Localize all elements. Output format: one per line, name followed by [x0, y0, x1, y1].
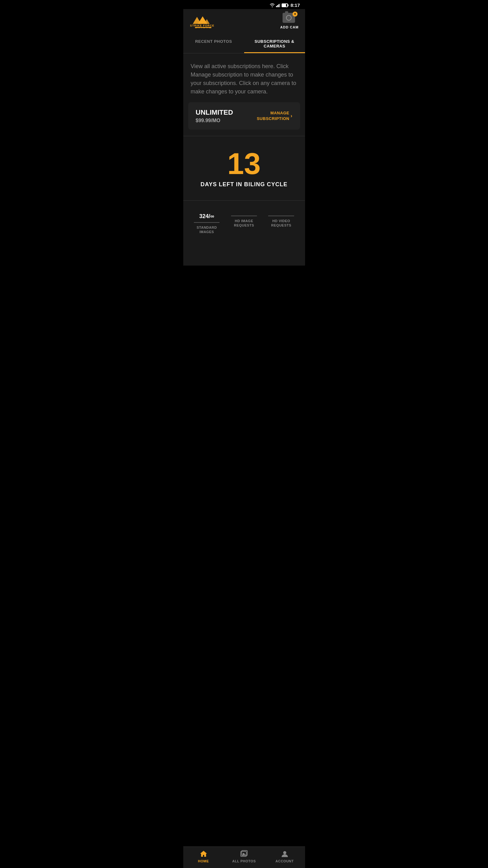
svg-rect-2: [279, 4, 280, 7]
status-icons: 8:17: [270, 2, 300, 8]
status-bar: 8:17: [183, 0, 305, 9]
main-content: View all active subscriptions here. Clic…: [183, 54, 305, 266]
battery-icon: [282, 3, 288, 7]
hd-video-label: HD VIDEOREQUESTS: [271, 219, 292, 228]
svg-rect-3: [280, 3, 281, 7]
subscription-info: UNLIMITED $99.99/MO: [196, 108, 233, 123]
hd-video-divider: [268, 216, 294, 216]
svg-text:WIRELESS: WIRELESS: [197, 27, 209, 28]
days-left-section: 13 DAYS LEFT IN BILING CYCLE: [183, 143, 305, 194]
usage-hd-video: HD VIDEOREQUESTS: [265, 213, 297, 228]
status-time: 8:17: [290, 2, 300, 8]
tab-subscriptions[interactable]: SUBSCRIPTIONS & CAMERAS: [244, 34, 305, 53]
subscription-price: $99.99/MO: [196, 118, 233, 123]
svg-rect-1: [277, 5, 278, 7]
standard-images-label: STANDARDIMAGES: [197, 225, 217, 234]
usage-hd-image: HD IMAGEREQUESTS: [228, 213, 260, 228]
standard-images-divider: [194, 222, 220, 223]
signal-icon: [276, 3, 281, 7]
description-text: View all active subscriptions here. Clic…: [183, 54, 305, 102]
chevron-right-icon: ›: [291, 113, 293, 119]
hd-image-label: HD IMAGEREQUESTS: [234, 219, 254, 228]
svg-text:STRIKE FORCE: STRIKE FORCE: [190, 24, 214, 27]
manage-subscription-button[interactable]: MANAGESUBSCRIPTION ›: [257, 110, 292, 122]
logo: STRIKE FORCE WIRELESS: [190, 14, 227, 28]
usage-section: 324/∞ STANDARDIMAGES HD IMAGEREQUESTS HD…: [183, 207, 305, 241]
add-cam-icon-wrapper: +: [283, 13, 296, 24]
add-cam-label: ADD CAM: [281, 25, 299, 29]
hd-image-divider: [231, 216, 257, 216]
usage-standard-images: 324/∞ STANDARDIMAGES: [191, 213, 223, 234]
logo-svg: STRIKE FORCE WIRELESS: [190, 14, 227, 28]
plus-badge: +: [293, 11, 297, 17]
tabs: RECENT PHOTOS SUBSCRIPTIONS & CAMERAS: [183, 34, 305, 54]
header: STRIKE FORCE WIRELESS + ADD CAM: [183, 9, 305, 34]
divider-1: [183, 136, 305, 136]
subscription-plan-name: UNLIMITED: [196, 108, 233, 117]
standard-images-value: 324/∞: [199, 213, 214, 220]
tab-recent-photos[interactable]: RECENT PHOTOS: [183, 34, 244, 53]
svg-rect-0: [276, 6, 277, 7]
divider-2: [183, 200, 305, 200]
days-left-number: 13: [191, 149, 297, 179]
days-left-label: DAYS LEFT IN BILING CYCLE: [191, 181, 297, 188]
wifi-icon: [270, 3, 275, 7]
subscription-card: UNLIMITED $99.99/MO MANAGESUBSCRIPTION ›: [188, 102, 300, 130]
add-cam-button[interactable]: + ADD CAM: [281, 13, 299, 29]
manage-sub-label: MANAGESUBSCRIPTION: [257, 110, 289, 122]
